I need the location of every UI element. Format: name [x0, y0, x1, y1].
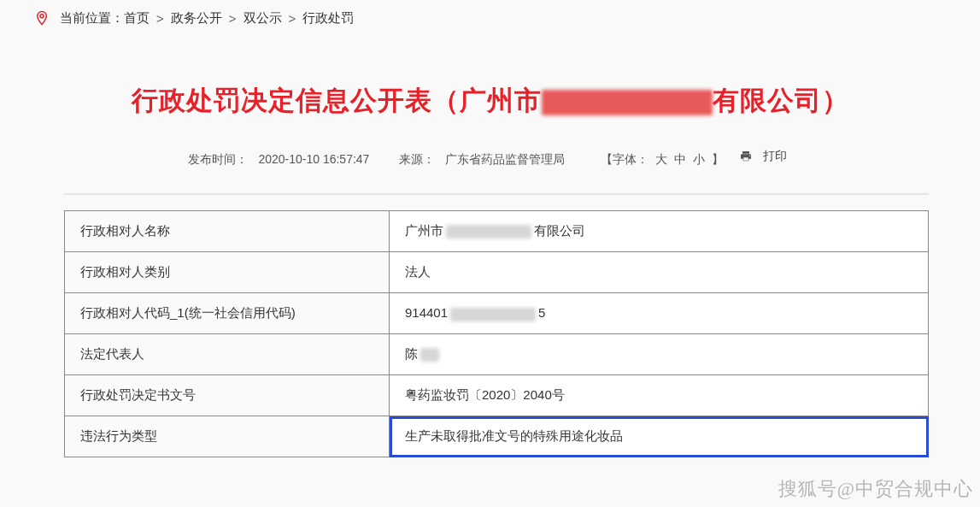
redacted-segment: [446, 225, 531, 239]
value-prefix: 广州市: [405, 223, 443, 238]
font-close: 】: [712, 152, 724, 166]
table-row: 法定代表人陈: [65, 334, 929, 375]
row-label: 行政处罚决定书文号: [65, 375, 390, 416]
row-label: 行政相对人名称: [65, 211, 390, 252]
font-label: 【字体：: [601, 152, 648, 166]
table-row: 行政相对人类别法人: [65, 252, 929, 293]
source-value: 广东省药品监督管理局: [445, 152, 565, 166]
print-icon: [739, 150, 753, 163]
publish-label: 发布时间：: [188, 152, 248, 166]
table-row: 违法行为类型生产未取得批准文号的特殊用途化妆品: [65, 416, 929, 457]
redacted-segment: [420, 348, 439, 362]
value-suffix: 有限公司: [534, 223, 585, 238]
print-button[interactable]: 打印: [739, 149, 792, 164]
breadcrumb-sep: >: [156, 11, 164, 26]
info-table: 行政相对人名称广州市有限公司行政相对人类别法人行政相对人代码_1(统一社会信用代…: [64, 210, 929, 457]
publish-value: 2020-10-10 16:57:47: [258, 152, 369, 166]
table-row: 行政相对人名称广州市有限公司: [65, 211, 929, 252]
font-medium-button[interactable]: 中: [674, 152, 686, 166]
page-title-wrap: 行政处罚决定信息公开表（广州市有限公司）: [0, 83, 980, 119]
font-small-button[interactable]: 小: [693, 152, 705, 166]
svg-point-0: [40, 15, 44, 18]
row-value: 陈: [390, 334, 929, 375]
breadcrumb-label: 当前位置：: [60, 10, 124, 27]
meta-row: 发布时间：2020-10-10 16:57:47 来源：广东省药品监督管理局 【…: [0, 149, 980, 168]
breadcrumb-item-xzcf[interactable]: 行政处罚: [302, 10, 354, 27]
row-value: 粤药监妆罚〔2020〕2040号: [390, 375, 929, 416]
font-size-group: 【字体： 大 中 小 】: [599, 152, 728, 166]
value-prefix: 陈: [405, 346, 418, 361]
location-icon: [34, 9, 50, 27]
row-value: 生产未取得批准文号的特殊用途化妆品: [390, 416, 929, 457]
content-area: 行政相对人名称广州市有限公司行政相对人类别法人行政相对人代码_1(统一社会信用代…: [64, 193, 929, 457]
breadcrumb-item-zwgk[interactable]: 政务公开: [171, 10, 222, 27]
breadcrumb-sep: >: [229, 11, 237, 26]
value-suffix: 5: [538, 305, 545, 320]
breadcrumb-sep: >: [289, 11, 296, 26]
source-label: 来源：: [399, 152, 435, 166]
row-value: 法人: [390, 252, 929, 293]
redacted-segment: [450, 308, 536, 321]
table-row: 行政处罚决定书文号粤药监妆罚〔2020〕2040号: [65, 375, 929, 416]
page-title: 行政处罚决定信息公开表（广州市有限公司）: [132, 83, 849, 119]
watermark: 搜狐号@中贸合规中心: [778, 476, 973, 502]
title-prefix: 行政处罚决定信息公开表（广州市: [132, 85, 542, 115]
breadcrumb: 当前位置： 首页 > 政务公开 > 双公示 > 行政处罚: [0, 0, 980, 36]
row-label: 行政相对人代码_1(统一社会信用代码): [65, 293, 390, 334]
row-value: 9144015: [390, 293, 929, 334]
row-value: 广州市有限公司: [390, 211, 929, 252]
font-large-button[interactable]: 大: [655, 152, 667, 166]
redacted-segment: [542, 90, 713, 115]
print-label: 打印: [763, 149, 787, 164]
breadcrumb-item-sgs[interactable]: 双公示: [244, 10, 282, 27]
row-label: 违法行为类型: [65, 416, 390, 457]
breadcrumb-item-home[interactable]: 首页: [124, 10, 150, 27]
table-row: 行政相对人代码_1(统一社会信用代码)9144015: [65, 293, 929, 334]
row-label: 行政相对人类别: [65, 252, 390, 293]
title-suffix: 有限公司）: [713, 85, 849, 115]
row-label: 法定代表人: [65, 334, 390, 375]
value-prefix: 914401: [405, 305, 448, 320]
